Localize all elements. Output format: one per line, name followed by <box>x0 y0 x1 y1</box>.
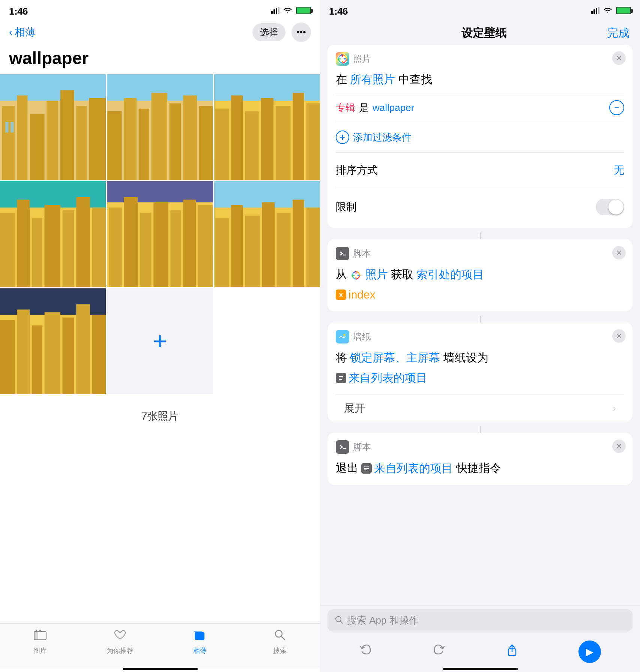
svg-rect-6 <box>17 95 27 180</box>
chevron-right-icon: › <box>613 403 616 414</box>
svg-rect-8 <box>47 101 58 180</box>
script-highlight[interactable]: 索引处的项目 <box>416 268 484 280</box>
connector-2 <box>480 316 481 322</box>
exit-source[interactable]: 来自列表的项目 <box>361 459 453 477</box>
limit-toggle[interactable] <box>596 199 624 215</box>
svg-rect-2 <box>276 8 277 14</box>
search-icon-tab <box>274 628 285 644</box>
tab-search[interactable]: 搜索 <box>240 628 320 655</box>
filter-value[interactable]: wallpaper <box>373 102 414 114</box>
script-body-1: 从 <box>336 266 624 304</box>
svg-rect-26 <box>261 98 273 180</box>
photo-cell-7[interactable] <box>0 288 106 394</box>
photo-cell-1[interactable] <box>0 74 106 180</box>
script-source-label[interactable]: 照片 <box>365 268 391 280</box>
status-icons-left <box>271 7 311 16</box>
tab-albums[interactable]: 相薄 <box>160 628 240 655</box>
card-close-script2[interactable]: ✕ <box>612 440 626 453</box>
svg-rect-24 <box>231 95 243 180</box>
library-label: 图库 <box>33 646 47 655</box>
svg-rect-51 <box>276 213 290 287</box>
photo-cell-2[interactable] <box>107 74 213 180</box>
limit-label: 限制 <box>336 200 357 214</box>
filter-op: 是 <box>359 101 369 114</box>
svg-rect-18 <box>152 93 167 180</box>
card-close-wallpaper[interactable]: ✕ <box>612 329 626 343</box>
wallpaper-middle: 墙纸设为 <box>443 351 488 364</box>
photo-grid: + <box>0 74 320 394</box>
play-button[interactable]: ▶ <box>578 640 601 663</box>
svg-rect-44 <box>183 200 196 287</box>
svg-rect-59 <box>63 317 74 394</box>
search-bar[interactable]: 搜索 App 和操作 <box>328 609 632 632</box>
svg-rect-36 <box>76 197 90 287</box>
nav-title-right: 设定壁纸 <box>461 26 506 41</box>
svg-rect-73 <box>598 7 599 14</box>
exit-prefix: 退出 <box>336 462 361 474</box>
photo-cell-4[interactable] <box>0 181 106 287</box>
photos-app-icon <box>336 52 349 66</box>
card-close-photos[interactable]: ✕ <box>612 51 626 65</box>
svg-rect-63 <box>34 632 38 640</box>
dots-icon: ••• <box>296 27 306 38</box>
tab-foryou[interactable]: 为你推荐 <box>80 628 160 655</box>
svg-rect-56 <box>17 309 30 394</box>
index-icon: x <box>336 290 346 300</box>
status-bar-right: 1:46 <box>320 0 640 20</box>
share-button[interactable] <box>505 644 519 660</box>
wifi-icon-left <box>283 7 292 15</box>
filter-remove-button[interactable]: − <box>609 100 624 115</box>
signal-icon-right <box>591 7 599 15</box>
svg-rect-5 <box>2 106 15 180</box>
select-button[interactable]: 选择 <box>252 23 285 41</box>
svg-rect-1 <box>273 9 275 14</box>
add-filter-icon: + <box>336 130 349 144</box>
sort-row[interactable]: 排序方式 无 <box>336 158 624 183</box>
add-filter-row[interactable]: + 添加过滤条件 <box>336 128 624 147</box>
photo-count: 7张照片 <box>141 409 179 423</box>
toggle-knob <box>608 200 623 214</box>
photo-cell-3[interactable] <box>214 74 320 180</box>
more-button[interactable]: ••• <box>291 22 311 42</box>
time-right: 1:46 <box>329 6 348 17</box>
photo-cell-5[interactable] <box>107 181 213 287</box>
home-bar-left <box>123 668 198 670</box>
add-photo-button[interactable]: + <box>107 288 213 394</box>
photos-inline-icon <box>350 269 362 281</box>
wifi-icon-right <box>603 7 612 15</box>
plus-icon: + <box>153 329 167 353</box>
svg-rect-16 <box>124 98 137 180</box>
expand-row[interactable]: 展开 › <box>336 395 624 422</box>
undo-button[interactable] <box>359 644 373 660</box>
svg-rect-66 <box>195 632 204 640</box>
svg-rect-71 <box>593 9 595 14</box>
wallpaper-source[interactable]: 来自列表的项目 <box>336 369 427 387</box>
svg-rect-40 <box>124 197 138 287</box>
index-label: index <box>349 286 376 304</box>
card-close-script1[interactable]: ✕ <box>612 246 626 260</box>
search-label: 搜索 <box>273 646 287 655</box>
svg-rect-39 <box>109 208 122 287</box>
script-body-2: 退出 来自列表的项目 快捷指令 <box>336 459 624 477</box>
photo-cell-6[interactable] <box>214 181 320 287</box>
svg-rect-3 <box>278 7 279 14</box>
exit-source-label: 来自列表的项目 <box>374 459 453 477</box>
divider-4 <box>336 188 624 188</box>
redo-button[interactable] <box>432 644 446 660</box>
svg-rect-25 <box>245 111 259 180</box>
photos-app-name: 照片 <box>353 53 371 65</box>
tab-library[interactable]: 图库 <box>0 628 80 655</box>
search-bar-area: 搜索 App 和操作 <box>320 605 640 635</box>
done-button[interactable]: 完成 <box>607 26 629 41</box>
search-placeholder: 搜索 App 和操作 <box>347 614 419 627</box>
script-variable[interactable]: x index <box>336 286 376 304</box>
svg-rect-72 <box>596 8 597 14</box>
svg-rect-58 <box>45 312 60 394</box>
wallpaper-target[interactable]: 锁定屏幕、主屏幕 <box>350 351 440 364</box>
back-button[interactable]: ‹ 相薄 <box>9 25 36 39</box>
body-highlight[interactable]: 所有照片 <box>350 73 395 86</box>
play-icon: ▶ <box>586 646 593 658</box>
shortcuts-content: 照片 ✕ 在 所有照片 中查找 专辑 是 wallpaper − <box>320 45 640 605</box>
svg-line-85 <box>340 621 343 623</box>
svg-rect-57 <box>32 326 42 394</box>
